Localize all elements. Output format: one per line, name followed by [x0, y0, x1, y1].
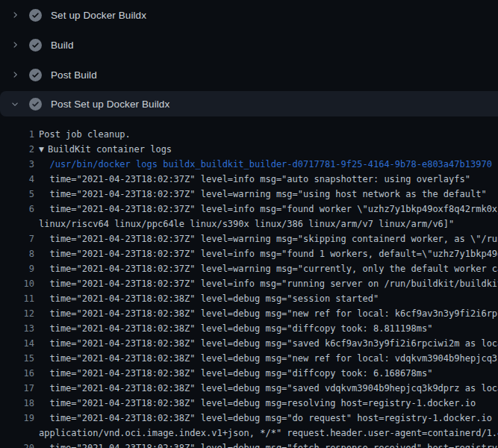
log-line: linux/riscv64 linux/ppc64le linux/s390x … [0, 217, 498, 231]
log-line-number[interactable]: 5 [0, 187, 34, 202]
log-line: 14 time="2021-04-23T18:02:38Z" level=deb… [0, 336, 498, 351]
log-group-line[interactable]: 2 ▼BuildKit container logs [0, 142, 498, 157]
log-line-text: time="2021-04-23T18:02:37Z" level=info m… [39, 172, 470, 187]
step-header-post-set-up-docker-buildx[interactable]: Post Set up Docker Buildx [0, 91, 498, 116]
log-line-text: time="2021-04-23T18:02:38Z" level=debug … [39, 291, 379, 306]
actions-log-viewer: Set up Docker Buildx Build Post Build Po… [0, 0, 498, 448]
step-header-post-build[interactable]: Post Build [0, 60, 498, 90]
log-line: 9 time="2021-04-23T18:02:37Z" level=warn… [0, 261, 498, 276]
log-line-number[interactable]: 10 [0, 276, 34, 291]
log-line-text: time="2021-04-23T18:02:37Z" level=info m… [39, 276, 498, 291]
log-line: 11 time="2021-04-23T18:02:38Z" level=deb… [0, 291, 498, 306]
log-line-text: time="2021-04-23T18:02:38Z" level=debug … [39, 441, 498, 448]
log-line: 12 time="2021-04-23T18:02:38Z" level=deb… [0, 306, 498, 321]
log-line: application/vnd.oci.image.index.v1+json,… [0, 426, 498, 441]
log-line: 19 time="2021-04-23T18:02:38Z" level=deb… [0, 411, 498, 426]
log-line-number[interactable]: 3 [0, 157, 34, 172]
log-line-text: time="2021-04-23T18:02:38Z" level=debug … [39, 306, 498, 321]
log-line-number[interactable]: 14 [0, 336, 34, 351]
step-list: Set up Docker Buildx Build Post Build Po… [0, 0, 498, 116]
step-title: Set up Docker Buildx [51, 10, 146, 21]
log-line-number[interactable]: 12 [0, 306, 34, 321]
log-line-text: time="2021-04-23T18:02:38Z" level=debug … [39, 381, 498, 396]
log-line-number[interactable]: 15 [0, 351, 34, 366]
log-line-number[interactable]: 17 [0, 381, 34, 396]
log-line: 18 time="2021-04-23T18:02:38Z" level=deb… [0, 396, 498, 411]
log-line-number[interactable]: 19 [0, 411, 34, 426]
log-line: 4 time="2021-04-23T18:02:37Z" level=info… [0, 172, 498, 187]
log-line-text: time="2021-04-23T18:02:38Z" level=debug … [39, 351, 498, 366]
log-line: 16 time="2021-04-23T18:02:38Z" level=deb… [0, 366, 498, 381]
check-circle-icon [29, 39, 42, 52]
log-line-text: time="2021-04-23T18:02:38Z" level=debug … [39, 336, 498, 351]
log-line: 10 time="2021-04-23T18:02:37Z" level=inf… [0, 276, 498, 291]
log-line-text: linux/riscv64 linux/ppc64le linux/s390x … [39, 217, 454, 231]
log-line-text: time="2021-04-23T18:02:37Z" level=info m… [39, 246, 498, 261]
log-line-text: /usr/bin/docker logs buildx_buildkit_bui… [39, 157, 492, 172]
log-line-text: Post job cleanup. [39, 127, 131, 142]
log-line: 13 time="2021-04-23T18:02:38Z" level=deb… [0, 321, 498, 336]
log-area: 1 Post job cleanup. 2 ▼BuildKit containe… [0, 116, 498, 448]
log-line-number[interactable]: 9 [0, 261, 34, 276]
log-line: 7 time="2021-04-23T18:02:37Z" level=warn… [0, 231, 498, 246]
log-line-number[interactable]: 16 [0, 366, 34, 381]
log-line: 8 time="2021-04-23T18:02:37Z" level=info… [0, 246, 498, 261]
step-title: Post Set up Docker Buildx [51, 99, 169, 110]
group-caret-icon: ▼ [39, 142, 44, 157]
log-line-number[interactable]: 13 [0, 321, 34, 336]
chevron-right-icon [10, 9, 22, 21]
log-line: 17 time="2021-04-23T18:02:38Z" level=deb… [0, 381, 498, 396]
log-line: 1 Post job cleanup. [0, 127, 498, 142]
log-line: 6 time="2021-04-23T18:02:37Z" level=info… [0, 202, 498, 217]
step-title: Post Build [51, 69, 97, 81]
log-line-text: time="2021-04-23T18:02:37Z" level=info m… [39, 202, 498, 217]
check-circle-icon [29, 9, 42, 22]
log-line-text: BuildKit container logs [48, 142, 172, 157]
log-line-number[interactable]: 2 [0, 142, 34, 157]
log-line-text: time="2021-04-23T18:02:37Z" level=warnin… [39, 231, 498, 246]
step-header-build[interactable]: Build [0, 30, 498, 60]
check-circle-icon [29, 69, 42, 81]
log-line-text: time="2021-04-23T18:02:37Z" level=warnin… [39, 261, 498, 276]
log-line-text: time="2021-04-23T18:02:38Z" level=debug … [39, 321, 432, 336]
chevron-right-icon [10, 69, 22, 81]
check-circle-icon [29, 98, 42, 111]
log-line-text: time="2021-04-23T18:02:37Z" level=warnin… [39, 187, 487, 202]
log-line-number[interactable]: 7 [0, 231, 34, 246]
log-line-number[interactable]: 1 [0, 127, 34, 142]
log-line-number[interactable]: 18 [0, 396, 34, 411]
log-line-number[interactable]: 20 [0, 441, 34, 448]
chevron-right-icon [10, 39, 22, 51]
log-command-line: 3 /usr/bin/docker logs buildx_buildkit_b… [0, 157, 498, 172]
log-line: 5 time="2021-04-23T18:02:37Z" level=warn… [0, 187, 498, 202]
log-line-number[interactable]: 11 [0, 291, 34, 306]
log-line-text: time="2021-04-23T18:02:38Z" level=debug … [39, 366, 432, 381]
log-line-text: time="2021-04-23T18:02:38Z" level=debug … [39, 411, 498, 426]
step-title: Build [51, 40, 74, 51]
log-line-text: time="2021-04-23T18:02:38Z" level=debug … [39, 396, 476, 411]
log-line: 15 time="2021-04-23T18:02:38Z" level=deb… [0, 351, 498, 366]
chevron-down-icon [10, 98, 22, 110]
log-line-text: application/vnd.oci.image.index.v1+json,… [39, 426, 498, 441]
step-header-set-up-docker-buildx[interactable]: Set up Docker Buildx [0, 0, 498, 30]
log-line-number[interactable]: 8 [0, 246, 34, 261]
log-line-number[interactable]: 6 [0, 202, 34, 217]
log-line: 20 time="2021-04-23T18:02:38Z" level=deb… [0, 441, 498, 448]
log-line-number[interactable]: 4 [0, 172, 34, 187]
